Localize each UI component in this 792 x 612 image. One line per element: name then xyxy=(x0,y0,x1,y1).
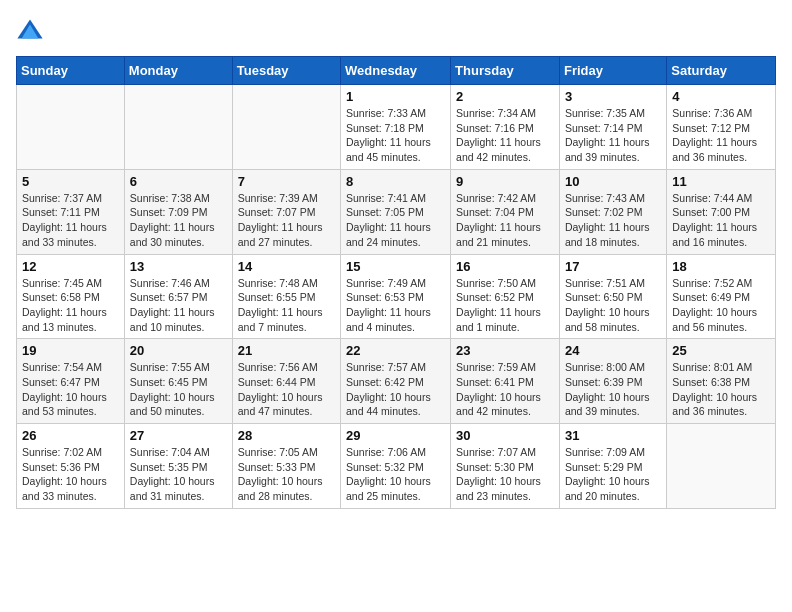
day-number: 27 xyxy=(130,428,227,443)
day-of-week-header: Friday xyxy=(559,57,666,85)
day-info: Sunrise: 7:59 AM Sunset: 6:41 PM Dayligh… xyxy=(456,360,554,419)
day-number: 20 xyxy=(130,343,227,358)
day-number: 12 xyxy=(22,259,119,274)
logo xyxy=(16,16,48,44)
calendar-day-cell: 1Sunrise: 7:33 AM Sunset: 7:18 PM Daylig… xyxy=(341,85,451,170)
calendar-week-row: 5Sunrise: 7:37 AM Sunset: 7:11 PM Daylig… xyxy=(17,169,776,254)
calendar-day-cell: 30Sunrise: 7:07 AM Sunset: 5:30 PM Dayli… xyxy=(451,424,560,509)
day-info: Sunrise: 7:56 AM Sunset: 6:44 PM Dayligh… xyxy=(238,360,335,419)
day-number: 6 xyxy=(130,174,227,189)
day-number: 13 xyxy=(130,259,227,274)
day-number: 8 xyxy=(346,174,445,189)
day-number: 28 xyxy=(238,428,335,443)
day-info: Sunrise: 7:37 AM Sunset: 7:11 PM Dayligh… xyxy=(22,191,119,250)
calendar-day-cell: 13Sunrise: 7:46 AM Sunset: 6:57 PM Dayli… xyxy=(124,254,232,339)
calendar-day-cell: 14Sunrise: 7:48 AM Sunset: 6:55 PM Dayli… xyxy=(232,254,340,339)
day-number: 5 xyxy=(22,174,119,189)
day-number: 19 xyxy=(22,343,119,358)
calendar-day-cell: 19Sunrise: 7:54 AM Sunset: 6:47 PM Dayli… xyxy=(17,339,125,424)
calendar-day-cell: 3Sunrise: 7:35 AM Sunset: 7:14 PM Daylig… xyxy=(559,85,666,170)
day-number: 10 xyxy=(565,174,661,189)
calendar-day-cell: 12Sunrise: 7:45 AM Sunset: 6:58 PM Dayli… xyxy=(17,254,125,339)
logo-icon xyxy=(16,16,44,44)
day-info: Sunrise: 7:05 AM Sunset: 5:33 PM Dayligh… xyxy=(238,445,335,504)
day-info: Sunrise: 7:48 AM Sunset: 6:55 PM Dayligh… xyxy=(238,276,335,335)
day-number: 16 xyxy=(456,259,554,274)
day-number: 14 xyxy=(238,259,335,274)
day-number: 15 xyxy=(346,259,445,274)
calendar-week-row: 19Sunrise: 7:54 AM Sunset: 6:47 PM Dayli… xyxy=(17,339,776,424)
page-header xyxy=(16,16,776,44)
day-of-week-header: Monday xyxy=(124,57,232,85)
day-number: 3 xyxy=(565,89,661,104)
day-number: 23 xyxy=(456,343,554,358)
day-info: Sunrise: 7:02 AM Sunset: 5:36 PM Dayligh… xyxy=(22,445,119,504)
day-info: Sunrise: 7:44 AM Sunset: 7:00 PM Dayligh… xyxy=(672,191,770,250)
calendar-day-cell: 21Sunrise: 7:56 AM Sunset: 6:44 PM Dayli… xyxy=(232,339,340,424)
calendar-day-cell: 16Sunrise: 7:50 AM Sunset: 6:52 PM Dayli… xyxy=(451,254,560,339)
day-info: Sunrise: 7:55 AM Sunset: 6:45 PM Dayligh… xyxy=(130,360,227,419)
calendar-day-cell: 25Sunrise: 8:01 AM Sunset: 6:38 PM Dayli… xyxy=(667,339,776,424)
day-number: 30 xyxy=(456,428,554,443)
day-info: Sunrise: 7:34 AM Sunset: 7:16 PM Dayligh… xyxy=(456,106,554,165)
calendar-day-cell: 20Sunrise: 7:55 AM Sunset: 6:45 PM Dayli… xyxy=(124,339,232,424)
calendar-day-cell: 17Sunrise: 7:51 AM Sunset: 6:50 PM Dayli… xyxy=(559,254,666,339)
calendar-week-row: 26Sunrise: 7:02 AM Sunset: 5:36 PM Dayli… xyxy=(17,424,776,509)
day-info: Sunrise: 7:35 AM Sunset: 7:14 PM Dayligh… xyxy=(565,106,661,165)
day-info: Sunrise: 7:41 AM Sunset: 7:05 PM Dayligh… xyxy=(346,191,445,250)
day-number: 7 xyxy=(238,174,335,189)
calendar-header-row: SundayMondayTuesdayWednesdayThursdayFrid… xyxy=(17,57,776,85)
day-info: Sunrise: 7:38 AM Sunset: 7:09 PM Dayligh… xyxy=(130,191,227,250)
calendar-day-cell: 22Sunrise: 7:57 AM Sunset: 6:42 PM Dayli… xyxy=(341,339,451,424)
day-number: 21 xyxy=(238,343,335,358)
day-of-week-header: Sunday xyxy=(17,57,125,85)
day-of-week-header: Saturday xyxy=(667,57,776,85)
day-info: Sunrise: 7:51 AM Sunset: 6:50 PM Dayligh… xyxy=(565,276,661,335)
calendar-day-cell: 26Sunrise: 7:02 AM Sunset: 5:36 PM Dayli… xyxy=(17,424,125,509)
day-info: Sunrise: 7:06 AM Sunset: 5:32 PM Dayligh… xyxy=(346,445,445,504)
calendar-day-cell: 9Sunrise: 7:42 AM Sunset: 7:04 PM Daylig… xyxy=(451,169,560,254)
calendar-day-cell: 24Sunrise: 8:00 AM Sunset: 6:39 PM Dayli… xyxy=(559,339,666,424)
calendar-day-cell: 2Sunrise: 7:34 AM Sunset: 7:16 PM Daylig… xyxy=(451,85,560,170)
day-info: Sunrise: 7:45 AM Sunset: 6:58 PM Dayligh… xyxy=(22,276,119,335)
calendar-day-cell xyxy=(667,424,776,509)
calendar-day-cell: 11Sunrise: 7:44 AM Sunset: 7:00 PM Dayli… xyxy=(667,169,776,254)
calendar-day-cell: 31Sunrise: 7:09 AM Sunset: 5:29 PM Dayli… xyxy=(559,424,666,509)
day-info: Sunrise: 7:49 AM Sunset: 6:53 PM Dayligh… xyxy=(346,276,445,335)
calendar-day-cell: 4Sunrise: 7:36 AM Sunset: 7:12 PM Daylig… xyxy=(667,85,776,170)
calendar-day-cell xyxy=(124,85,232,170)
calendar-day-cell xyxy=(232,85,340,170)
day-number: 26 xyxy=(22,428,119,443)
calendar-week-row: 12Sunrise: 7:45 AM Sunset: 6:58 PM Dayli… xyxy=(17,254,776,339)
calendar-day-cell xyxy=(17,85,125,170)
day-of-week-header: Tuesday xyxy=(232,57,340,85)
day-info: Sunrise: 7:43 AM Sunset: 7:02 PM Dayligh… xyxy=(565,191,661,250)
day-info: Sunrise: 7:04 AM Sunset: 5:35 PM Dayligh… xyxy=(130,445,227,504)
day-info: Sunrise: 7:39 AM Sunset: 7:07 PM Dayligh… xyxy=(238,191,335,250)
calendar-day-cell: 18Sunrise: 7:52 AM Sunset: 6:49 PM Dayli… xyxy=(667,254,776,339)
day-number: 24 xyxy=(565,343,661,358)
day-number: 18 xyxy=(672,259,770,274)
day-number: 29 xyxy=(346,428,445,443)
calendar-day-cell: 15Sunrise: 7:49 AM Sunset: 6:53 PM Dayli… xyxy=(341,254,451,339)
calendar-day-cell: 8Sunrise: 7:41 AM Sunset: 7:05 PM Daylig… xyxy=(341,169,451,254)
calendar-day-cell: 5Sunrise: 7:37 AM Sunset: 7:11 PM Daylig… xyxy=(17,169,125,254)
calendar-day-cell: 29Sunrise: 7:06 AM Sunset: 5:32 PM Dayli… xyxy=(341,424,451,509)
calendar-day-cell: 10Sunrise: 7:43 AM Sunset: 7:02 PM Dayli… xyxy=(559,169,666,254)
day-number: 25 xyxy=(672,343,770,358)
calendar-day-cell: 27Sunrise: 7:04 AM Sunset: 5:35 PM Dayli… xyxy=(124,424,232,509)
day-number: 2 xyxy=(456,89,554,104)
calendar-day-cell: 6Sunrise: 7:38 AM Sunset: 7:09 PM Daylig… xyxy=(124,169,232,254)
calendar-day-cell: 7Sunrise: 7:39 AM Sunset: 7:07 PM Daylig… xyxy=(232,169,340,254)
calendar-table: SundayMondayTuesdayWednesdayThursdayFrid… xyxy=(16,56,776,509)
day-info: Sunrise: 7:33 AM Sunset: 7:18 PM Dayligh… xyxy=(346,106,445,165)
day-number: 1 xyxy=(346,89,445,104)
day-of-week-header: Thursday xyxy=(451,57,560,85)
day-number: 11 xyxy=(672,174,770,189)
day-info: Sunrise: 7:42 AM Sunset: 7:04 PM Dayligh… xyxy=(456,191,554,250)
day-info: Sunrise: 8:00 AM Sunset: 6:39 PM Dayligh… xyxy=(565,360,661,419)
day-number: 31 xyxy=(565,428,661,443)
calendar-week-row: 1Sunrise: 7:33 AM Sunset: 7:18 PM Daylig… xyxy=(17,85,776,170)
day-info: Sunrise: 7:54 AM Sunset: 6:47 PM Dayligh… xyxy=(22,360,119,419)
day-number: 17 xyxy=(565,259,661,274)
